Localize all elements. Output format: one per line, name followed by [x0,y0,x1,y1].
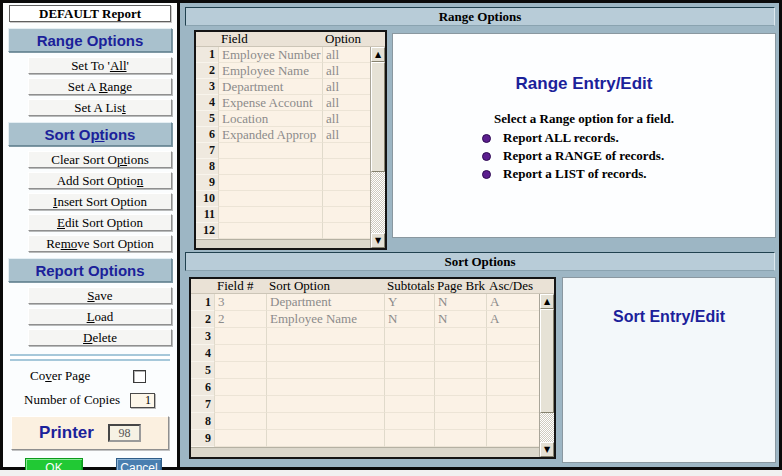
copies-row: Number of Copies [24,392,155,408]
delete-button[interactable]: Delete [28,329,172,346]
grid-cell [266,328,384,345]
column-header: Subtotals [384,279,434,293]
printer-panel: Printer [11,416,169,450]
grid-cell [434,396,486,413]
grid-footer [196,239,370,248]
grid-cell: all [322,63,370,79]
insert-sort-option-button[interactable]: Insert Sort Option [28,193,172,210]
range-grid-body: 1Employee Numberall2Employee Nameall3Dep… [196,47,385,248]
scroll-up-button[interactable]: ▲ [540,294,554,309]
printer-input[interactable] [108,424,141,442]
bullet-icon [482,152,491,161]
column-header: Field # [214,279,266,293]
sort-grid-rows: 13DepartmentYNA22Employee NameNNA3456789 [191,294,539,457]
row-number: 4 [191,345,214,362]
grid-cell [218,207,322,223]
grid-row[interactable]: 1Employee Numberall [196,47,370,63]
scroll-thumb[interactable] [371,62,385,172]
grid-row[interactable]: 13DepartmentYNA [191,294,539,311]
grid-cell [434,362,486,379]
remove-sort-option-button[interactable]: Remove Sort Option [28,235,172,252]
grid-row[interactable]: 8 [196,159,370,175]
copies-input[interactable] [130,393,155,408]
set-a-range-button[interactable]: Set A Range [28,78,172,95]
grid-cell [218,223,322,239]
sort-grid-scrollbar[interactable]: ▲ ▼ [539,294,554,457]
grid-row[interactable]: 6 [191,379,539,396]
scroll-up-button[interactable]: ▲ [371,47,385,62]
grid-row[interactable]: 10 [196,191,370,207]
row-number: 5 [191,362,214,379]
scroll-thumb[interactable] [540,309,554,413]
grid-row[interactable]: 12 [196,223,370,239]
grid-cell: all [322,95,370,111]
grid-row[interactable]: 3Departmentall [196,79,370,95]
report-buttons-group: SaveLoadDelete [8,287,172,346]
grid-row[interactable]: 11 [196,207,370,223]
grid-cell: Expanded Approp [218,127,322,143]
grid-cell: Department [218,79,322,95]
main-area: Range Options FieldOption 1Employee Numb… [180,3,779,467]
range-entry-prompt: Select a Range option for a field. [393,111,775,127]
grid-footer [191,447,539,457]
grid-cell: Employee Number [218,47,322,63]
row-number-header [191,279,214,293]
grid-row[interactable]: 5 [191,362,539,379]
scroll-down-button[interactable]: ▼ [371,233,385,248]
grid-row[interactable]: 3 [191,328,539,345]
edit-sort-option-button[interactable]: Edit Sort Option [28,214,172,231]
grid-row[interactable]: 6Expanded Appropall [196,127,370,143]
set-to-all-button[interactable]: Set To 'All' [28,57,172,74]
load-button[interactable]: Load [28,308,172,325]
grid-cell: Expense Account [218,95,322,111]
grid-row[interactable]: 2Employee Nameall [196,63,370,79]
report-options-header: Report Options [8,258,172,282]
cover-page-checkbox[interactable] [133,370,146,383]
scroll-track[interactable] [540,413,554,442]
grid-cell [322,191,370,207]
sidebar: DEFAULT Report Range Options Set To 'All… [3,3,180,467]
range-entry-bullets: Report ALL records.Report a RANGE of rec… [482,130,686,182]
set-a-list-button[interactable]: Set A List [28,99,172,116]
grid-row[interactable]: 8 [191,413,539,430]
grid-cell [384,430,434,447]
grid-cell: all [322,47,370,63]
grid-cell [218,159,322,175]
grid-row[interactable]: 7 [191,396,539,413]
cover-page-row: Cover Page [30,368,146,384]
sort-panel-titlebar: Sort Options [185,252,775,271]
scroll-track[interactable] [371,172,385,233]
grid-cell [214,362,266,379]
grid-cell: A [486,294,539,311]
grid-cell [384,328,434,345]
grid-cell: all [322,111,370,127]
grid-cell: A [486,311,539,328]
column-header: Asc/Des [486,279,539,293]
grid-row[interactable]: 5Locationall [196,111,370,127]
grid-cell [214,379,266,396]
grid-cell: Department [266,294,384,311]
clear-sort-options-button[interactable]: Clear Sort Options [28,151,172,168]
grid-row[interactable]: 9 [196,175,370,191]
grid-cell [266,379,384,396]
range-grid-scrollbar[interactable]: ▲ ▼ [370,47,385,248]
grid-cell: Employee Name [218,63,322,79]
grid-cell: N [434,294,486,311]
grid-row[interactable]: 22Employee NameNNA [191,311,539,328]
grid-cell [266,413,384,430]
add-sort-option-button[interactable]: Add Sort Option [28,172,172,189]
row-number: 4 [196,95,218,111]
sort-grid-header: Field #Sort OptionSubtotalsPage BrkAsc/D… [191,279,554,294]
grid-cell: Y [384,294,434,311]
grid-row[interactable]: 4 [191,345,539,362]
grid-row[interactable]: 4Expense Accountall [196,95,370,111]
cover-page-label: Cover Page [30,368,133,384]
save-button[interactable]: Save [28,287,172,304]
grid-row[interactable]: 7 [196,143,370,159]
grid-cell [322,143,370,159]
row-number: 7 [196,143,218,159]
divider [10,354,170,361]
scroll-down-button[interactable]: ▼ [540,442,554,457]
grid-row[interactable]: 9 [191,430,539,447]
row-number: 2 [196,63,218,79]
